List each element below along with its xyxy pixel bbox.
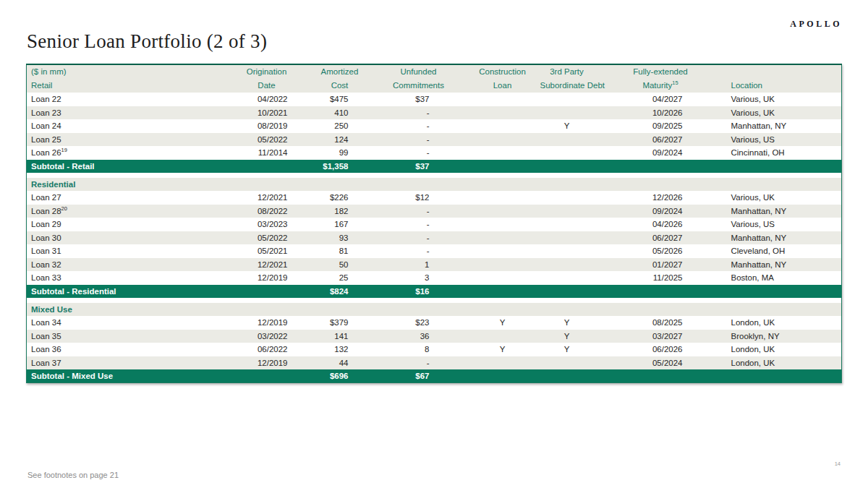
origination-date-cell: 06/2022: [226, 343, 307, 356]
loan-name: Loan 35: [31, 332, 61, 341]
amortized-cost-cell: 93: [307, 231, 373, 245]
col-date: Date: [226, 79, 307, 93]
subtotal-commitments: $67: [373, 369, 465, 383]
construction-loan-cell: [465, 330, 540, 343]
unfunded-commitments-cell: -: [373, 231, 465, 245]
unfunded-commitments-cell: $12: [373, 191, 465, 205]
subordinate-debt-cell: [540, 146, 594, 160]
unfunded-commitments-cell: -: [373, 133, 465, 147]
col-maturity-label: Maturity: [642, 81, 672, 90]
amortized-cost-cell: 124: [307, 133, 373, 147]
unfunded-commitments-cell: 8: [373, 343, 465, 356]
col-3rd-party: 3rd Party: [540, 64, 594, 79]
col-unfunded: Unfunded: [373, 64, 465, 79]
construction-loan-cell: [465, 205, 540, 218]
section-retail: Loan 22 04/2022 $475 $37 04/2027 Various…: [27, 93, 842, 173]
amortized-cost-cell: 50: [307, 258, 373, 272]
section-residential: Loan 27 12/2021 $226 $12 12/2026 Various…: [27, 191, 842, 298]
construction-loan-cell: [465, 218, 540, 231]
construction-loan-cell: [465, 119, 540, 133]
origination-date-cell: 05/2021: [226, 244, 307, 258]
subtotal-row-mixed-use: Subtotal - Mixed Use $696 $67: [27, 369, 842, 383]
slide: APOLLO Senior Loan Portfolio (2 of 3) ($…: [0, 0, 868, 488]
loan-name-cell: Loan 2619: [27, 146, 226, 160]
unfunded-commitments-cell: 36: [373, 330, 465, 343]
loan-row: Loan 34 12/2019 $379 $23 Y Y 08/2025 Lon…: [27, 316, 842, 330]
loan-row: Loan 31 05/2021 81 - 05/2026 Cleveland, …: [27, 244, 842, 258]
footnote-text: See footnotes on page 21: [27, 471, 119, 479]
subordinate-debt-cell: [540, 205, 594, 218]
construction-loan-cell: [465, 258, 540, 272]
amortized-cost-cell: 132: [307, 343, 373, 356]
maturity-cell: 11/2025: [594, 271, 728, 285]
loan-row: Loan 30 05/2022 93 - 06/2027 Manhattan, …: [27, 231, 842, 245]
loan-row: Loan 32 12/2021 50 1 01/2027 Manhattan, …: [27, 258, 842, 272]
construction-loan-cell: Y: [465, 316, 540, 330]
amortized-cost-cell: 44: [307, 356, 373, 370]
location-cell: Manhattan, NY: [728, 119, 842, 133]
origination-date-cell: 05/2022: [226, 231, 307, 245]
col-construction: Construction: [465, 64, 540, 79]
subtotal-label: Subtotal - Residential: [27, 285, 226, 299]
subtotal-commitments: $16: [373, 285, 465, 299]
loan-name-cell: Loan 35: [27, 330, 226, 343]
loan-name: Loan 22: [31, 95, 61, 103]
location-cell: Manhattan, NY: [728, 231, 842, 245]
loan-row: Loan 36 06/2022 132 8 Y Y 06/2026 London…: [27, 343, 842, 356]
origination-date-cell: 12/2019: [226, 316, 307, 330]
header-row-2: Retail Date Cost Commitments Loan Subord…: [27, 79, 842, 93]
amortized-cost-cell: $475: [307, 93, 373, 106]
loan-name-cell: Loan 30: [27, 231, 226, 245]
loan-row: Loan 33 12/2019 25 3 11/2025 Boston, MA: [27, 271, 842, 285]
origination-date-cell: 12/2021: [226, 258, 307, 272]
apollo-logo: APOLLO: [790, 19, 842, 30]
maturity-cell: 06/2027: [594, 133, 728, 147]
origination-date-cell: 10/2021: [226, 106, 307, 120]
unfunded-commitments-cell: 1: [373, 258, 465, 272]
location-cell: Various, US: [728, 218, 842, 231]
origination-date-cell: 08/2019: [226, 119, 307, 133]
loan-name: Loan 36: [31, 345, 61, 354]
construction-loan-cell: [465, 231, 540, 245]
loan-name-cell: Loan 32: [27, 258, 226, 272]
subordinate-debt-cell: Y: [540, 316, 594, 330]
subordinate-debt-cell: [540, 93, 594, 106]
loan-name: Loan 27: [31, 193, 61, 202]
origination-date-cell: 03/2022: [226, 330, 307, 343]
loan-name: Loan 30: [31, 234, 61, 242]
unfunded-commitments-cell: -: [373, 218, 465, 231]
maturity-cell: 03/2027: [594, 330, 728, 343]
unfunded-commitments-cell: -: [373, 244, 465, 258]
loan-portfolio-table: ($ in mm) Origination Amortized Unfunded…: [26, 64, 842, 383]
page-title: Senior Loan Portfolio (2 of 3): [27, 30, 267, 53]
maturity-cell: 04/2027: [594, 93, 728, 106]
origination-date-cell: 11/2014: [226, 146, 307, 160]
unfunded-commitments-cell: $37: [373, 93, 465, 106]
subtotal-cost: $696: [307, 369, 373, 383]
col-origination: Origination: [226, 64, 307, 79]
footnote-ref: 19: [61, 147, 67, 153]
construction-loan-cell: [465, 191, 540, 205]
amortized-cost-cell: 182: [307, 205, 373, 218]
subordinate-debt-cell: [540, 191, 594, 205]
loan-row: Loan 35 03/2022 141 36 Y 03/2027 Brookly…: [27, 330, 842, 343]
unfunded-commitments-cell: 3: [373, 271, 465, 285]
loan-name-cell: Loan 2820: [27, 205, 226, 218]
origination-date-cell: 12/2019: [226, 356, 307, 370]
loan-row: Loan 29 03/2023 167 - 04/2026 Various, U…: [27, 218, 842, 231]
location-cell: Various, UK: [728, 106, 842, 120]
maturity-cell: 06/2027: [594, 231, 728, 245]
subordinate-debt-cell: [540, 258, 594, 272]
col-location: Location: [728, 79, 842, 93]
unfunded-commitments-cell: -: [373, 356, 465, 370]
maturity-cell: 04/2026: [594, 218, 728, 231]
construction-loan-cell: [465, 146, 540, 160]
location-cell: Various, UK: [728, 191, 842, 205]
maturity-cell: 12/2026: [594, 191, 728, 205]
col-fully-extended: Fully-extended: [594, 64, 728, 79]
subtotal-row-residential: Subtotal - Residential $824 $16: [27, 285, 842, 299]
loan-name-cell: Loan 24: [27, 119, 226, 133]
origination-date-cell: 12/2019: [226, 271, 307, 285]
loan-name-cell: Loan 29: [27, 218, 226, 231]
amortized-cost-cell: $226: [307, 191, 373, 205]
